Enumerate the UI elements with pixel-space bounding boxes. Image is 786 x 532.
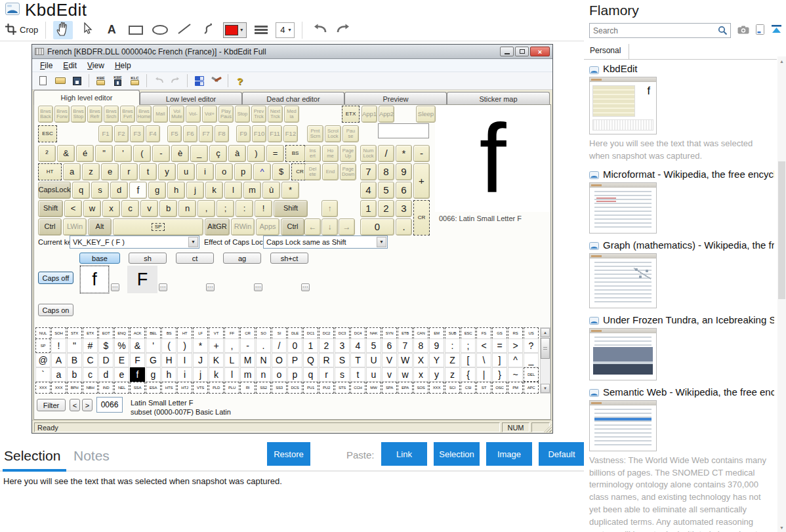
charmap-cell[interactable]: GS — [492, 327, 507, 339]
charmap-cell[interactable]: HTJ — [177, 382, 192, 394]
key-ins-ert[interactable]: Ins ert — [304, 145, 321, 162]
key-z[interactable]: z — [82, 163, 100, 180]
key-brws-stop[interactable]: Brws Stop — [71, 106, 86, 123]
key-2[interactable]: 2 — [378, 200, 394, 217]
charmap-cell[interactable]: DC4 — [350, 327, 365, 339]
paste-default-button[interactable]: Default — [539, 442, 585, 466]
charmap-cell[interactable]: < — [476, 338, 491, 353]
charmap-cell[interactable]: _ — [524, 353, 539, 367]
charmap-cell[interactable]: h — [161, 367, 176, 382]
key-![interactable]: ! — [255, 200, 272, 217]
key-pau-se[interactable]: Pau se — [342, 125, 359, 142]
key-f[interactable]: f — [129, 182, 147, 199]
charmap-cell[interactable]: T — [350, 353, 365, 367]
charmap-cell[interactable]: NAK — [366, 327, 381, 339]
key-8[interactable]: 8 — [378, 163, 394, 180]
key-ctrl[interactable]: Ctrl — [38, 218, 62, 235]
key-4[interactable]: 4 — [360, 182, 377, 199]
charmap-cell[interactable]: SI — [272, 327, 287, 339]
key-shift[interactable]: Shift — [38, 200, 63, 217]
scrollbar-thumb[interactable] — [778, 161, 785, 299]
charmap-cell[interactable]: ^ — [508, 353, 523, 367]
charmap-cell[interactable]: / — [272, 338, 287, 353]
charmap-cell[interactable]: HTS — [161, 382, 176, 394]
charmap-cell[interactable]: C — [83, 353, 98, 367]
redo-button[interactable] — [334, 21, 354, 39]
charmap-cell[interactable]: i — [177, 367, 192, 382]
sidebar-scrollbar[interactable]: ▲ ▼ — [777, 56, 786, 532]
charmap-cell[interactable]: XXX — [429, 382, 444, 394]
charmap-cell[interactable]: q — [303, 367, 318, 382]
key-f1[interactable]: F1 — [98, 125, 113, 142]
charmap-cell[interactable]: f — [130, 367, 145, 382]
ellipse-tool-button[interactable] — [150, 21, 170, 39]
key-p[interactable]: p — [234, 163, 252, 180]
prev-char-button[interactable]: < — [70, 399, 80, 411]
key-7[interactable]: 7 — [360, 163, 377, 180]
charmap-cell[interactable]: { — [461, 367, 476, 382]
key-s[interactable]: s — [91, 182, 109, 199]
thickness-select[interactable]: 4 ▾ — [276, 22, 295, 38]
key-+[interactable]: + — [413, 163, 430, 199]
charmap-cell[interactable]: ] — [492, 353, 507, 367]
key-u[interactable]: u — [177, 163, 195, 180]
key-vol+[interactable]: Vol+ — [202, 106, 217, 123]
charmap-cell[interactable]: MW — [366, 382, 381, 394]
key-del-ete[interactable]: Del ete — [304, 163, 321, 180]
key-alt[interactable]: Alt — [88, 218, 112, 235]
key-scrol-lock[interactable]: Scrol Lock — [325, 125, 341, 142]
key-cr[interactable]: CR — [413, 200, 430, 235]
key-n[interactable]: n — [178, 200, 196, 217]
key-end[interactable]: End — [322, 163, 339, 180]
charmap-cell[interactable]: DC1 — [303, 327, 318, 339]
charmap-cell[interactable]: SSA — [130, 382, 145, 394]
filter-button[interactable]: Filter — [37, 399, 66, 411]
charmap-cell[interactable]: L — [224, 353, 239, 367]
charmap-cell[interactable]: ESC — [461, 327, 476, 339]
charmap-cell[interactable]: a — [51, 367, 66, 382]
chevron-down-icon[interactable]: ▾ — [238, 27, 245, 33]
charmap-cell[interactable]: LF — [193, 327, 208, 339]
charmap-cell[interactable]: e — [114, 367, 129, 382]
hand-tool-button[interactable] — [53, 21, 73, 39]
charmap-cell[interactable]: y — [429, 367, 444, 382]
charmap-cell[interactable]: X — [413, 353, 428, 367]
tab-high-level-editor[interactable]: High level editor — [33, 90, 140, 105]
search-icon[interactable] — [718, 26, 728, 35]
charmap-cell[interactable]: PU2 — [319, 382, 334, 394]
charmap-cell[interactable]: PM — [508, 382, 523, 394]
charmap-cell[interactable]: PLD — [209, 382, 224, 394]
charmap-cell[interactable]: b — [67, 367, 82, 382]
charmap-scrollbar[interactable]: ▲ ▼ — [540, 327, 550, 394]
charmap-cell[interactable]: 4 — [350, 338, 365, 353]
key-f5[interactable]: F5 — [167, 125, 182, 142]
charmap-cell[interactable]: PU1 — [303, 382, 318, 394]
key-9[interactable]: 9 — [396, 163, 412, 180]
key-t[interactable]: t — [139, 163, 157, 180]
charmap-cell[interactable]: BS — [161, 327, 176, 339]
scroll-up-icon[interactable]: ▲ — [777, 56, 786, 66]
key-i[interactable]: i — [196, 163, 214, 180]
key-j[interactable]: j — [186, 182, 204, 199]
charmap-cell[interactable]: . — [256, 338, 271, 353]
charmap-cell[interactable]: ENQ — [114, 327, 129, 339]
charmap-cell[interactable]: 1 — [303, 338, 318, 353]
charmap-cell[interactable]: > — [508, 338, 523, 353]
key-etx[interactable]: ETX — [342, 106, 360, 123]
charmap-cell[interactable]: V — [382, 353, 397, 367]
key-([interactable]: ( — [133, 145, 151, 162]
charmap-cell[interactable]: 7 — [398, 338, 413, 353]
charmap-cell[interactable]: & — [130, 338, 145, 353]
charmap-cell[interactable]: EOT — [98, 327, 114, 339]
key-k[interactable]: k — [205, 182, 223, 199]
charmap-cell[interactable]: \ — [476, 353, 491, 367]
charmap-cell[interactable]: [ — [461, 353, 476, 367]
key-[interactable]: SP — [113, 218, 203, 235]
tab-personal[interactable]: Personal — [584, 44, 629, 59]
charmap-cell[interactable]: ETX — [83, 327, 98, 339]
list-item[interactable]: Under Frozen Tundra, an Icebreaking Ship… — [589, 314, 774, 380]
key-med-ia[interactable]: Med ia — [284, 106, 299, 123]
charmap-cell[interactable]: ) — [177, 338, 192, 353]
charmap-cell[interactable]: g — [146, 367, 161, 382]
charmap-cell[interactable]: SYN — [382, 327, 397, 339]
